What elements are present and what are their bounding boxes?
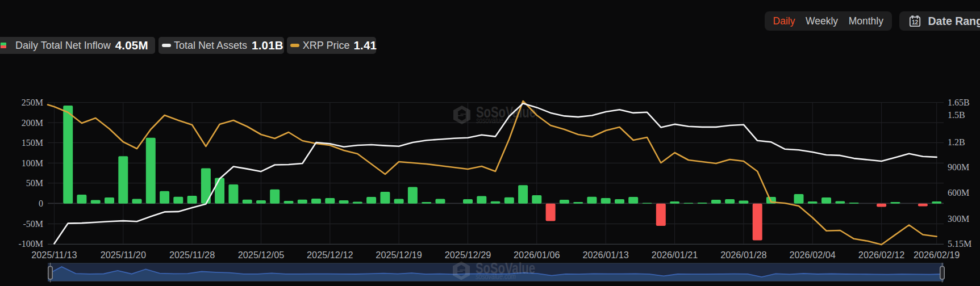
svg-text:12: 12 [911,19,918,26]
svg-text:2026/02/04: 2026/02/04 [789,250,836,260]
svg-text:2025/11/28: 2025/11/28 [169,250,215,260]
svg-text:2026/02/12: 2026/02/12 [858,250,905,260]
svg-text:2026/01/13: 2026/01/13 [582,250,629,260]
svg-text:2026/01/28: 2026/01/28 [720,250,767,260]
svg-text:1.2B: 1.2B [948,137,965,147]
svg-text:sosovalue.com: sosovalue.com [476,116,516,125]
svg-text:150M: 150M [22,138,43,148]
svg-text:2025/12/29: 2025/12/29 [445,250,491,260]
svg-text:100M: 100M [22,158,43,168]
svg-text:2026/02/19: 2026/02/19 [914,250,960,260]
svg-text:2025/11/13: 2025/11/13 [31,250,77,260]
svg-text:2025/12/19: 2025/12/19 [376,250,422,260]
svg-text:250M: 250M [22,98,43,107]
svg-text:1.5B: 1.5B [948,110,965,120]
svg-text:2026/01/06: 2026/01/06 [514,250,560,260]
svg-text:1.65B: 1.65B [948,98,970,107]
svg-text:900M: 900M [948,162,969,172]
svg-text:2025/12/05: 2025/12/05 [238,250,285,260]
svg-text:sosovalue.com: sosovalue.com [476,272,516,281]
svg-text:5.15M: 5.15M [948,239,971,249]
svg-text:300M: 300M [948,214,969,224]
svg-text:200M: 200M [22,118,43,128]
svg-text:-50M: -50M [23,219,43,229]
svg-text:600M: 600M [948,188,969,197]
svg-text:-100M: -100M [18,239,43,249]
svg-text:2025/12/12: 2025/12/12 [307,250,353,260]
svg-text:2025/11/20: 2025/11/20 [101,250,146,260]
svg-text:50M: 50M [26,178,43,188]
svg-text:0: 0 [39,199,43,208]
svg-text:2026/01/21: 2026/01/21 [652,250,698,260]
